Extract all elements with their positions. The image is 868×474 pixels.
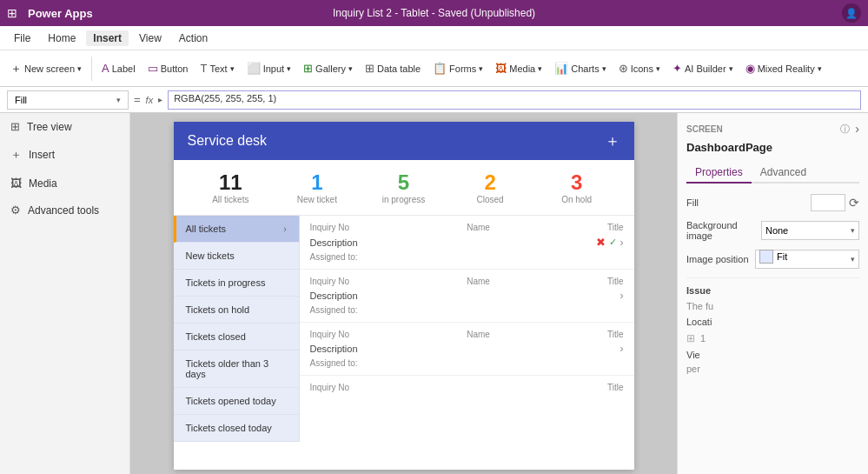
ticket-assigned-3: Assigned to: — [310, 358, 624, 368]
ribbon: ＋ New screen ▾ A Label ▭ Button T Text ▾… — [0, 50, 868, 87]
data-table-button[interactable]: ⊞ Data table — [360, 59, 426, 77]
insert-label: Insert — [29, 149, 55, 161]
nav-opened-today-label: Tickets opened today — [186, 396, 276, 406]
fu-partial-text: The fu — [686, 301, 859, 311]
image-pos-arrow: ▾ — [851, 255, 855, 264]
tab-properties[interactable]: Properties — [686, 163, 752, 184]
table-row: Inquiry No Name Title Description › Assi… — [300, 323, 634, 376]
fill-prop-value: ⟳ — [811, 194, 859, 211]
advanced-tools-icon: ⚙ — [10, 204, 21, 217]
ticket-desc-3: Description › — [310, 343, 624, 355]
formula-input[interactable]: RGBA(255, 255, 255, 1) — [168, 90, 861, 110]
service-desk-title: Service desk — [188, 133, 268, 149]
stat-new-number: 1 — [274, 170, 361, 195]
nav-item-closed-today[interactable]: Tickets closed today — [174, 415, 299, 442]
chevron-right-icon-1[interactable]: › — [620, 237, 624, 249]
check-icon: ✓ — [609, 237, 617, 248]
nav-item-opened-today[interactable]: Tickets opened today — [174, 388, 299, 415]
gallery-icon: ⊞ — [303, 62, 313, 75]
nav-item-on-hold[interactable]: Tickets on hold — [174, 297, 299, 324]
formulabar: Fill ▾ = fx ▸ RGBA(255, 255, 255, 1) — [0, 87, 868, 113]
mixed-reality-icon: ◉ — [745, 62, 755, 75]
sidebar-item-advanced-tools[interactable]: ⚙ Advanced tools — [0, 197, 129, 224]
menu-home[interactable]: Home — [41, 30, 83, 46]
stats-row: 11 All tickets 1 New ticket 5 in progres… — [174, 160, 634, 216]
nav-item-in-progress[interactable]: Tickets in progress — [174, 270, 299, 297]
nav-item-older-3-days[interactable]: Tickets older than 3 days — [174, 350, 299, 388]
table-row: Inquiry No Name Title Description ✖ ✓ › — [300, 216, 634, 270]
text-button[interactable]: T Text ▾ — [195, 59, 239, 77]
ticket-title-4: Title — [607, 383, 624, 392]
rp-header-icons: ⓘ › — [840, 122, 859, 136]
ticket-assigned-2: Assigned to: — [310, 305, 624, 315]
button-button[interactable]: ▭ Button — [142, 59, 194, 77]
sidebar-item-tree-view[interactable]: ⊞ Tree view — [0, 113, 129, 140]
ribbon-sep-1 — [91, 57, 92, 81]
button-icon: ▭ — [148, 62, 158, 75]
per-partial-text: per — [686, 364, 859, 374]
formula-arrow-left: ▸ — [158, 95, 162, 104]
fill-color-swatch[interactable] — [811, 194, 845, 211]
canvas: Service desk ＋ 11 All tickets 1 New tick… — [130, 113, 677, 474]
icons-chevron: ▾ — [656, 64, 660, 73]
nav-item-new-tickets[interactable]: New tickets — [174, 243, 299, 270]
menu-file[interactable]: File — [7, 30, 37, 46]
data-table-icon: ⊞ — [365, 62, 374, 75]
nav-panel: All tickets › New tickets Tickets in pro… — [174, 216, 300, 442]
inquiry-no-3: Inquiry No — [310, 330, 350, 339]
media-button[interactable]: 🖼 Media ▾ — [490, 59, 547, 77]
menu-view[interactable]: View — [132, 30, 169, 46]
label-icon: A — [102, 62, 109, 75]
chevron-right-icon-2[interactable]: › — [620, 290, 624, 302]
chevron-right-icon-3[interactable]: › — [620, 343, 624, 355]
fill-dropdown[interactable]: Fill ▾ — [7, 90, 129, 110]
tab-advanced[interactable]: Advanced — [752, 163, 815, 182]
ticket-desc-1: Description ✖ ✓ › — [310, 236, 624, 249]
sidebar-item-media[interactable]: 🖼 Media — [0, 170, 129, 197]
gallery-button[interactable]: ⊞ Gallery ▾ — [298, 59, 358, 77]
nav-closed-today-label: Tickets closed today — [186, 423, 272, 433]
sidebar-item-insert[interactable]: ＋ Insert — [0, 140, 129, 170]
rp-icon-row: ⊞ 1 — [686, 332, 859, 344]
bg-image-select-arrow: ▾ — [851, 226, 855, 235]
icons-button[interactable]: ⊛ Icons ▾ — [613, 59, 666, 77]
media-sidebar-icon: 🖼 — [10, 177, 22, 190]
right-panel-header: SCREEN ⓘ › — [686, 122, 859, 136]
nav-item-closed[interactable]: Tickets closed — [174, 324, 299, 350]
mixed-reality-button[interactable]: ◉ Mixed Reality ▾ — [740, 59, 827, 77]
stat-all-tickets: 11 All tickets — [188, 170, 275, 204]
rp-grid-icon: ⊞ — [686, 332, 695, 344]
menu-action[interactable]: Action — [172, 30, 215, 46]
media-icon: 🖼 — [495, 62, 507, 75]
charts-button[interactable]: 📊 Charts ▾ — [549, 59, 611, 77]
forms-button[interactable]: 📋 Forms ▾ — [427, 59, 488, 77]
fill-swatch-icon[interactable]: ⟳ — [849, 196, 859, 210]
bg-image-select[interactable]: None ▾ — [761, 221, 859, 240]
insert-icon: ＋ — [10, 147, 22, 163]
icons-icon: ⊛ — [619, 62, 628, 75]
ai-builder-button[interactable]: ✦ AI Builder ▾ — [667, 59, 739, 77]
bottom-section: All tickets › New tickets Tickets in pro… — [174, 216, 634, 442]
app-preview: Service desk ＋ 11 All tickets 1 New tick… — [174, 122, 634, 470]
screen-label: SCREEN — [686, 124, 723, 134]
nav-item-all-tickets[interactable]: All tickets › — [174, 216, 299, 243]
forms-icon: 📋 — [433, 62, 447, 75]
menu-insert[interactable]: Insert — [86, 30, 129, 46]
nav-new-tickets-label: New tickets — [186, 250, 235, 261]
stat-hold-label: On hold — [533, 195, 620, 204]
image-fit-thumbnail — [759, 250, 773, 264]
left-sidebar: ⊞ Tree view ＋ Insert 🖼 Media ⚙ Advanced … — [0, 113, 130, 474]
saved-status: Inquiry List 2 - Tablet - Saved (Unpubli… — [333, 7, 535, 19]
user-icon[interactable]: 👤 — [842, 3, 861, 23]
add-ticket-icon[interactable]: ＋ — [605, 130, 620, 151]
charts-chevron: ▾ — [602, 64, 606, 73]
new-screen-chevron: ▾ — [77, 64, 82, 73]
new-screen-button[interactable]: ＋ New screen ▾ — [5, 58, 87, 79]
nav-older-label: Tickets older than 3 days — [186, 358, 287, 379]
label-button[interactable]: A Label — [96, 59, 141, 77]
gallery-chevron: ▾ — [348, 64, 353, 73]
fill-dropdown-arrow: ▾ — [116, 96, 121, 104]
image-position-select[interactable]: Fit ▾ — [755, 250, 859, 269]
rp-collapse-btn[interactable]: › — [855, 122, 859, 136]
input-button[interactable]: ⬜ Input ▾ — [242, 59, 296, 77]
